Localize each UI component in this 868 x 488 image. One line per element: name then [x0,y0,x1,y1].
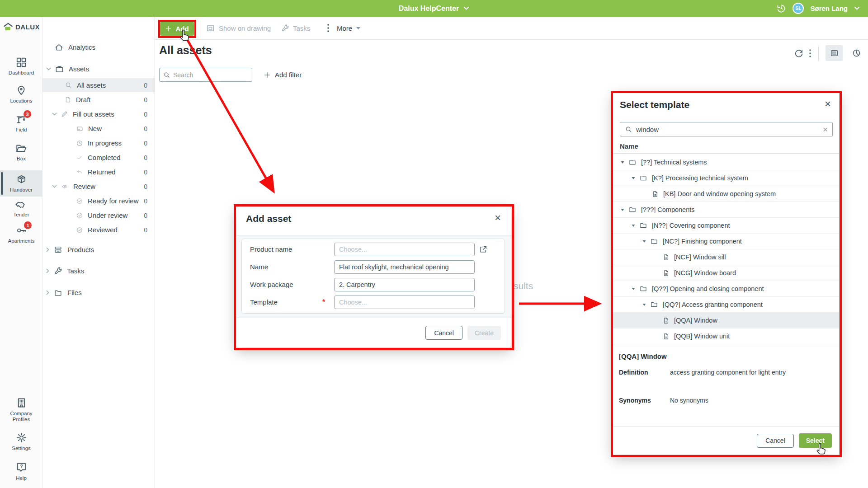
modal-body: Product name Name Work package Template … [236,235,511,318]
dialog-footer: Cancel Select [613,427,839,455]
expander-down-icon[interactable] [642,239,646,244]
selected-template-heading: [QQA] Window [619,352,667,360]
cancel-button[interactable]: Cancel [757,434,794,448]
search-icon [163,71,170,79]
tree-row-template[interactable]: [QQB] Window unit [613,328,839,344]
avatar[interactable]: SL [793,3,804,14]
sidebar-item-under-review[interactable]: Under review 0 [42,208,155,222]
chart-view-button[interactable] [848,45,865,61]
select-template-dialog: Select template × × Name [??] Technical … [613,93,839,455]
count-badge: 0 [144,140,155,147]
sidebar-item-review[interactable]: Review 0 [42,179,155,193]
dashed-circle-check-icon [76,197,83,205]
count-badge: 0 [144,226,155,234]
assets-toolbox-icon [55,65,64,74]
sidebar-item-in-progress[interactable]: In progress 0 [42,136,155,150]
tree-row-folder[interactable]: [Q??] Opening and closing component [613,281,839,297]
select-button[interactable]: Select [799,433,832,448]
add-filter-button[interactable]: Add filter [264,68,302,82]
handover-sidebar: Analytics Assets All assets 0 Draft 0 Fi… [42,17,155,488]
tree-row-folder[interactable]: [??] Technical systems [613,155,839,170]
chevron-down-icon [52,113,57,116]
caret-down-icon [356,27,361,30]
list-view-button[interactable] [826,45,843,61]
name-input[interactable] [334,260,475,274]
plus-icon [165,25,172,32]
rail-item-locations[interactable]: Locations [0,84,42,104]
sidebar-item-assets[interactable]: Assets [42,62,155,76]
clear-search-icon[interactable]: × [823,125,828,134]
title-kebab-icon[interactable] [809,49,811,58]
sidebar-item-new[interactable]: New 0 [42,122,155,136]
active-indicator [1,172,3,195]
tree-row-folder[interactable]: [N??] Covering component [613,218,839,234]
close-icon[interactable]: × [495,212,501,223]
create-button[interactable]: Create [467,326,501,340]
required-marker: * [322,298,334,306]
user-menu-chevron-icon[interactable] [854,6,860,10]
template-search-input[interactable] [636,126,819,133]
expander-down-icon[interactable] [642,302,646,307]
project-switcher[interactable]: Dalux HelpCenter [0,0,868,17]
tree-row-folder[interactable]: [K?] Processing technical system [613,170,839,186]
more-button[interactable]: More [337,24,361,32]
tree-row-folder[interactable]: [NC?] Finishing component [613,234,839,249]
search-input[interactable] [173,71,248,79]
rail-item-settings[interactable]: Settings [0,432,42,451]
folder-icon [639,222,647,229]
tree-row-folder[interactable]: [???] Components [613,202,839,218]
show-on-drawing-button[interactable]: Show on drawing [206,24,271,33]
sidebar-item-tasks[interactable]: Tasks [42,264,155,278]
sidebar-item-analytics[interactable]: Analytics [42,40,155,54]
template-input[interactable] [334,296,475,309]
close-icon[interactable]: × [825,99,831,109]
expander-down-icon[interactable] [631,223,636,228]
sidebar-item-all-assets[interactable]: All assets 0 [42,78,155,92]
wrench-icon [53,267,62,276]
top-bar: Dalux HelpCenter SL Søren Lang [0,0,868,17]
product-name-input[interactable] [334,243,475,256]
template-search[interactable]: × [620,122,833,136]
expander-down-icon[interactable] [631,176,636,180]
expander-down-icon[interactable] [631,286,636,291]
rail-item-field[interactable]: Field 3 [0,113,42,133]
sidebar-item-products[interactable]: Products [42,243,155,257]
add-button[interactable]: Add [160,22,194,36]
expander-down-icon[interactable] [620,160,625,164]
sidebar-item-returned[interactable]: Returned 0 [42,165,155,179]
expander-down-icon[interactable] [620,207,625,212]
rail-item-company-profiles[interactable]: Company Profiles [0,397,42,422]
toolbar-kebab-icon[interactable] [327,23,330,33]
sidebar-item-reviewed[interactable]: Reviewed 0 [42,223,155,237]
sidebar-item-completed[interactable]: Completed 0 [42,150,155,164]
rail-item-help[interactable]: ? Help [0,461,42,481]
search-icon [625,126,632,133]
rail-item-handover[interactable]: Handover [0,170,42,197]
rail-item-dashboard[interactable]: Dashboard [0,56,42,76]
tasks-button[interactable]: Tasks [281,24,310,33]
dalux-logo[interactable]: DALUX [0,23,42,31]
folder-icon [628,159,637,166]
sidebar-item-files[interactable]: Files [42,286,155,300]
tree-row-template[interactable]: [NCF] Window sill [613,249,839,265]
tree-row-template-selected[interactable]: [QQA] Window [613,313,839,328]
modal-title: Add asset [246,213,291,224]
tree-row-template[interactable]: [NCG] Window board [613,265,839,281]
tree-row-folder[interactable]: [QQ?] Access granting component [613,297,839,313]
rail-item-tender[interactable]: Tender [0,199,42,218]
count-badge: 0 [144,125,155,132]
template-row: Template * [242,293,505,311]
rail-item-box[interactable]: Box [0,142,42,162]
open-external-icon[interactable] [479,245,488,254]
sidebar-item-draft[interactable]: Draft 0 [42,93,155,107]
asset-search[interactable] [159,68,252,82]
sidebar-item-ready-for-review[interactable]: Ready for review 0 [42,194,155,208]
sidebar-item-fill-out-assets[interactable]: Fill out assets 0 [42,107,155,121]
work-package-input[interactable] [334,278,475,291]
cancel-button[interactable]: Cancel [425,326,462,340]
tree-row-template[interactable]: [KB] Door and window opening system [613,186,839,202]
history-icon[interactable] [776,3,786,14]
refresh-icon[interactable] [794,48,804,58]
rail-item-apartments[interactable]: Apartments 1 [0,225,42,244]
count-badge: 0 [144,96,155,103]
